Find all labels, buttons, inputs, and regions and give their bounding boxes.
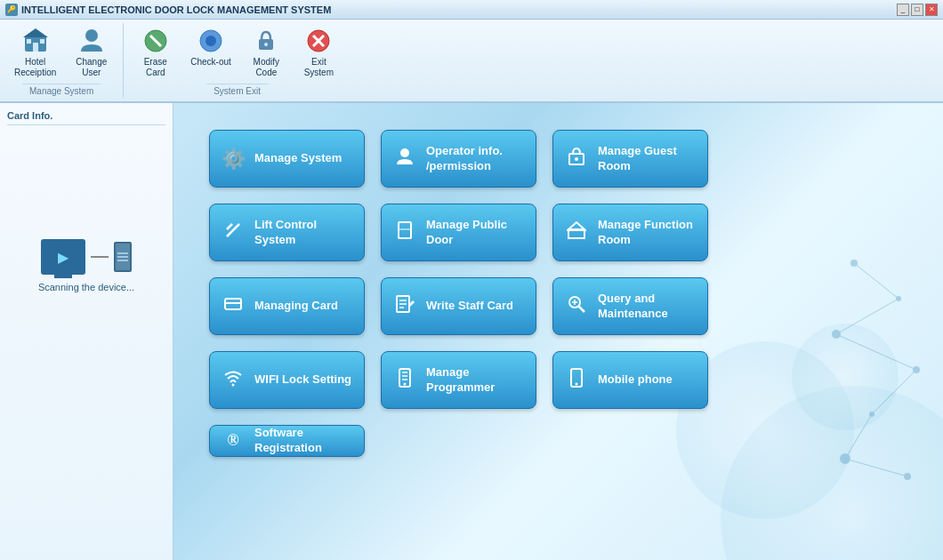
manage-system-label: Manage System <box>254 151 342 166</box>
svg-point-28 <box>400 148 409 157</box>
exit-system-label: ExitSystem <box>304 57 334 78</box>
modify-code-label: ModifyCode <box>254 57 279 78</box>
svg-rect-3 <box>27 39 31 44</box>
toolbar-group-system: EraseCard Check-out <box>131 23 343 98</box>
toolbar-group-manage: HotelReceiption ChangeUser Manage System <box>7 23 116 98</box>
toolbar-section-system: EraseCard Check-out <box>124 23 351 98</box>
change-user-icon <box>77 27 106 55</box>
write-staff-card-icon <box>392 294 417 319</box>
mobile-phone-icon <box>564 368 589 393</box>
change-user-label: ChangeUser <box>76 57 107 78</box>
wifi-lock-setting-button[interactable]: WIFI Lock Setting <box>209 351 365 409</box>
card-line-3 <box>117 260 128 261</box>
operator-info-label: Operator info. /permission <box>426 144 525 174</box>
device-connector-line <box>91 256 109 258</box>
mobile-phone-button[interactable]: Mobile phone <box>552 351 708 409</box>
manage-section-label: Manage System <box>22 84 101 98</box>
operator-info-button[interactable]: Operator info. /permission <box>381 130 536 188</box>
svg-point-5 <box>85 29 98 42</box>
query-maintenance-icon <box>564 294 589 319</box>
lift-control-label: Lift Control System <box>254 218 353 248</box>
svg-point-9 <box>206 36 216 46</box>
manage-function-room-icon <box>564 220 589 245</box>
close-button[interactable]: ✕ <box>925 4 938 16</box>
modify-code-icon <box>252 27 280 55</box>
hotel-icon <box>21 27 50 55</box>
check-out-label: Check-out <box>190 57 231 68</box>
manage-programmer-icon <box>392 368 417 393</box>
managing-card-icon <box>221 294 246 319</box>
write-staff-card-label: Write Staff Card <box>426 299 513 314</box>
erase-card-button[interactable]: EraseCard <box>131 23 180 82</box>
mobile-phone-label: Mobile phone <box>598 372 673 388</box>
change-user-button[interactable]: ChangeUser <box>67 23 116 82</box>
manage-guest-room-button[interactable]: Manage Guest Room <box>552 130 708 188</box>
app-title: INTELLIGENT ELECTRONIC DOOR LOCK MANAGEM… <box>21 4 331 15</box>
hotel-reception-label: HotelReceiption <box>14 57 56 78</box>
card-info-title: Card Info. <box>7 110 165 125</box>
managing-card-label: Managing Card <box>254 299 338 314</box>
main-content: Card Info. ▶ Scanning the device... <box>0 103 943 560</box>
manage-public-door-label: Manage Public Door <box>426 218 525 248</box>
exit-system-button[interactable]: ExitSystem <box>294 23 343 82</box>
svg-point-47 <box>232 383 235 386</box>
svg-point-30 <box>575 157 578 161</box>
card-line-2 <box>117 256 128 258</box>
system-section-label: System Exit <box>206 84 268 98</box>
manage-programmer-label: Manage Programmer <box>426 365 525 396</box>
svg-marker-1 <box>23 28 48 37</box>
erase-card-label: EraseCard <box>144 57 167 78</box>
query-maintenance-label: Query and Maintenance <box>598 292 697 322</box>
maximize-button[interactable]: □ <box>911 4 923 16</box>
wifi-lock-setting-icon <box>221 368 246 393</box>
exit-system-icon <box>304 27 333 55</box>
svg-point-54 <box>576 382 578 385</box>
manage-function-room-label: Manage Function Room <box>598 218 697 248</box>
card-line-1 <box>117 252 128 254</box>
hotel-reception-button[interactable]: HotelReceiption <box>7 23 63 82</box>
manage-function-room-button[interactable]: Manage Function Room <box>552 204 708 261</box>
title-bar: 🔑 INTELLIGENT ELECTRONIC DOOR LOCK MANAG… <box>0 0 943 20</box>
manage-programmer-button[interactable]: Manage Programmer <box>381 351 536 409</box>
modify-code-button[interactable]: ModifyCode <box>242 23 291 82</box>
scanning-text: Scanning the device... <box>38 282 134 292</box>
svg-rect-4 <box>40 39 44 44</box>
manage-public-door-icon <box>392 220 417 245</box>
device-card-icon <box>114 242 132 272</box>
query-maintenance-button[interactable]: Query and Maintenance <box>552 277 708 335</box>
device-icons: ▶ <box>41 239 132 275</box>
svg-point-11 <box>264 43 268 46</box>
svg-line-31 <box>227 224 239 236</box>
manage-system-icon: ⚙️ <box>221 148 246 171</box>
lift-control-button[interactable]: Lift Control System <box>209 204 365 261</box>
managing-card-button[interactable]: Managing Card <box>209 277 365 335</box>
app-icon: 🔑 <box>5 4 18 16</box>
toolbar-section-manage: HotelReceiption ChangeUser Manage System <box>0 23 124 98</box>
minimize-button[interactable]: _ <box>897 4 909 16</box>
device-monitor-icon: ▶ <box>41 239 85 275</box>
erase-card-icon <box>141 27 170 55</box>
manage-system-button[interactable]: ⚙️ Manage System <box>209 130 365 188</box>
svg-line-27 <box>845 459 907 476</box>
window-controls: _ □ ✕ <box>897 4 938 16</box>
toolbar: HotelReceiption ChangeUser Manage System <box>0 20 943 103</box>
right-panel: ⚙️ Manage System Operator info. /permiss… <box>173 103 943 560</box>
menu-grid: ⚙️ Manage System Operator info. /permiss… <box>209 130 907 457</box>
svg-rect-33 <box>399 222 411 238</box>
software-registration-button[interactable]: ® Software Registration <box>209 425 365 457</box>
svg-line-32 <box>227 224 232 229</box>
play-icon: ▶ <box>58 249 69 266</box>
manage-guest-room-icon <box>564 147 589 172</box>
write-staff-card-button[interactable]: Write Staff Card <box>381 277 536 335</box>
lift-control-icon <box>221 220 246 245</box>
manage-public-door-button[interactable]: Manage Public Door <box>381 204 536 261</box>
software-registration-icon: ® <box>221 431 246 450</box>
device-area: ▶ Scanning the device... <box>7 239 165 292</box>
operator-info-icon <box>392 147 417 172</box>
left-panel: Card Info. ▶ Scanning the device... <box>0 103 173 560</box>
check-out-button[interactable]: Check-out <box>183 23 238 82</box>
svg-line-44 <box>579 306 585 312</box>
manage-guest-room-label: Manage Guest Room <box>598 144 697 174</box>
svg-point-52 <box>404 382 407 385</box>
svg-rect-2 <box>33 43 38 52</box>
